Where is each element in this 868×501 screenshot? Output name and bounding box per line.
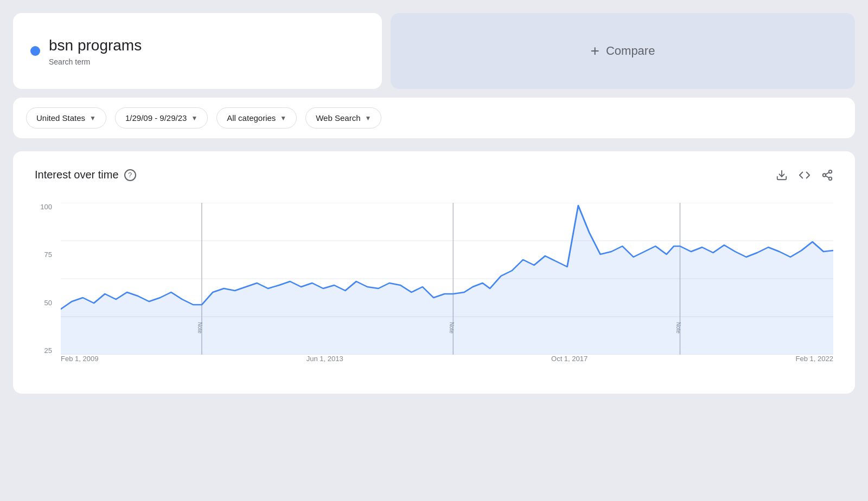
series-dot bbox=[30, 46, 40, 56]
compare-card[interactable]: + Compare bbox=[391, 13, 855, 89]
region-filter[interactable]: United States ▼ bbox=[26, 107, 106, 129]
date-chevron-icon: ▼ bbox=[191, 114, 197, 122]
compare-label: Compare bbox=[606, 44, 655, 58]
category-label: All categories bbox=[227, 113, 276, 123]
line-chart-svg: Note Note Note bbox=[61, 203, 833, 355]
svg-marker-17 bbox=[61, 205, 833, 355]
compare-plus-icon: + bbox=[591, 42, 599, 60]
y-axis: 100 75 50 25 bbox=[35, 203, 56, 355]
search-type-filter[interactable]: Web Search ▼ bbox=[305, 107, 381, 129]
svg-line-4 bbox=[826, 176, 829, 178]
x-label-2022: Feb 1, 2022 bbox=[796, 355, 833, 363]
search-term-title: bsn programs bbox=[49, 36, 142, 55]
chart-area: 100 75 50 25 Note Note bbox=[35, 203, 833, 376]
chart-svg-container: Note Note Note bbox=[61, 203, 833, 355]
x-axis: Feb 1, 2009 Jun 1, 2013 Oct 1, 2017 Feb … bbox=[61, 355, 833, 376]
help-icon[interactable]: ? bbox=[124, 169, 136, 181]
search-term-subtitle: Search term bbox=[49, 57, 142, 66]
y-label-75: 75 bbox=[35, 251, 56, 259]
x-label-2017: Oct 1, 2017 bbox=[551, 355, 588, 363]
region-chevron-icon: ▼ bbox=[90, 114, 96, 122]
search-term-card: bsn programs Search term bbox=[13, 13, 382, 89]
interest-over-time-card: Interest over time ? bbox=[13, 151, 855, 394]
chart-title: Interest over time bbox=[35, 169, 119, 181]
region-label: United States bbox=[36, 113, 85, 123]
search-type-label: Web Search bbox=[316, 113, 360, 123]
search-type-chevron-icon: ▼ bbox=[365, 114, 371, 122]
share-icon[interactable] bbox=[821, 169, 833, 181]
y-label-25: 25 bbox=[35, 346, 56, 355]
date-filter[interactable]: 1/29/09 - 9/29/23 ▼ bbox=[115, 107, 208, 129]
category-filter[interactable]: All categories ▼ bbox=[216, 107, 297, 129]
y-label-50: 50 bbox=[35, 299, 56, 307]
x-label-2013: Jun 1, 2013 bbox=[307, 355, 343, 363]
y-label-100: 100 bbox=[35, 203, 56, 211]
embed-icon[interactable] bbox=[799, 169, 810, 181]
x-label-2009: Feb 1, 2009 bbox=[61, 355, 98, 363]
date-label: 1/29/09 - 9/29/23 bbox=[125, 113, 187, 123]
svg-line-5 bbox=[826, 172, 829, 174]
download-icon[interactable] bbox=[776, 169, 788, 181]
category-chevron-icon: ▼ bbox=[280, 114, 286, 122]
filters-bar: United States ▼ 1/29/09 - 9/29/23 ▼ All … bbox=[13, 98, 855, 138]
